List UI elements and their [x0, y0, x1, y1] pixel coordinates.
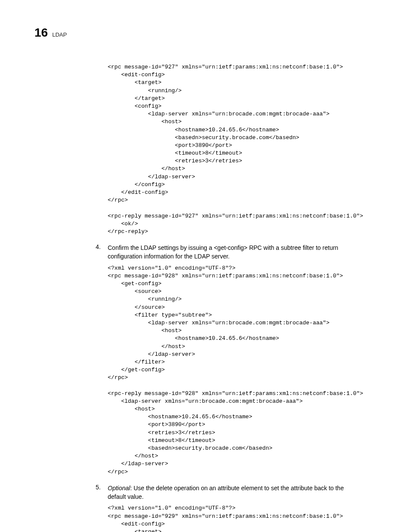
step-number: 4.: [96, 243, 108, 261]
code-block-rpc-928: <?xml version="1.0" encoding="UTF-8"?> <…: [34, 264, 377, 476]
page-header: 16 LDAP: [34, 26, 377, 40]
optional-label: Optional: [108, 485, 130, 492]
code-block-rpc-927: <rpc message-id="927" xmlns="urn:ietf:pa…: [34, 63, 377, 236]
step-5: 5. Optional: Use the delete operation on…: [34, 484, 377, 501]
step-4: 4. Confirm the LDAP settings by issuing …: [34, 243, 377, 261]
step-text: Confirm the LDAP settings by issuing a <…: [108, 243, 377, 261]
step-text-content: : Use the delete operation on an attribu…: [108, 485, 344, 500]
step-text: Optional: Use the delete operation on an…: [108, 484, 377, 501]
document-page: 16 LDAP <rpc message-id="927" xmlns="urn…: [0, 0, 411, 532]
chapter-title: LDAP: [52, 31, 67, 38]
code-block-rpc-929: <?xml version="1.0" encoding="UTF-8"?> <…: [34, 504, 377, 532]
step-number: 5.: [96, 484, 108, 501]
chapter-number: 16: [34, 26, 48, 40]
